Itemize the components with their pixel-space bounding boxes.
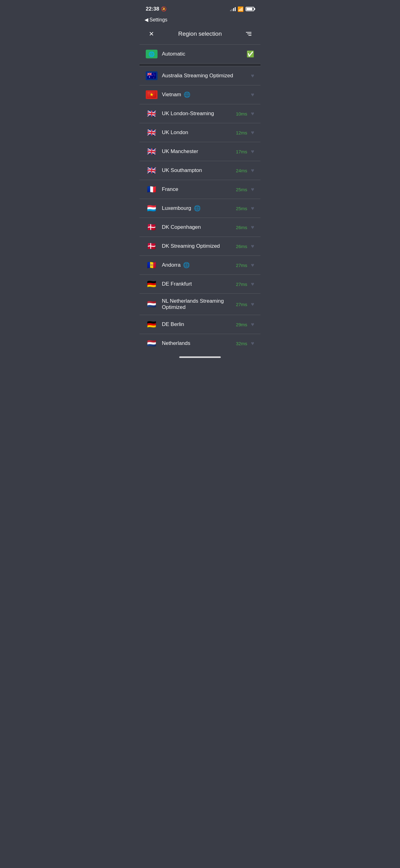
region-item-vn[interactable]: Vietnam🌐♥ [139,85,261,104]
automatic-item[interactable]: 🌐 Automatic ✅ [139,45,261,63]
ping-uk-london: 12ms [236,130,247,135]
back-label: Settings [149,17,167,23]
automatic-label: Automatic [162,51,244,57]
region-item-au-streaming[interactable]: Australia Streaming Optimized♥ [139,66,261,85]
region-item-uk-london-streaming[interactable]: UK London-Streaming10ms♥ [139,104,261,123]
region-name-netherlands: Netherlands [162,340,236,346]
section-divider [139,64,261,66]
automatic-icon: 🌐 [146,50,158,58]
region-item-dk-copenhagen[interactable]: DK Copenhagen26ms♥ [139,218,261,237]
region-list: Australia Streaming Optimized♥Vietnam🌐♥U… [139,66,261,353]
flag-luxembourg-icon [146,204,158,213]
region-name-luxembourg: Luxembourg🌐 [162,205,236,212]
page-header: ✕ Region selection [139,25,261,44]
favorite-heart-icon[interactable]: ♥ [251,186,254,193]
streaming-globe-icon: 🌐 [184,91,190,98]
favorite-heart-icon[interactable]: ♥ [251,321,254,328]
close-icon: ✕ [149,30,154,37]
status-time: 22:38 🔕 [146,6,167,12]
favorite-heart-icon[interactable]: ♥ [251,167,254,174]
region-item-de-frankfurt[interactable]: DE Frankfurt27ms♥ [139,275,261,293]
region-item-netherlands[interactable]: Netherlands32ms♥ [139,334,261,353]
flag-netherlands-icon [146,339,158,348]
home-indicator [139,353,261,361]
ping-luxembourg: 25ms [236,206,247,211]
filter-icon [246,32,252,36]
time-display: 22:38 [146,6,159,12]
favorite-heart-icon[interactable]: ♥ [251,340,254,347]
favorite-heart-icon[interactable]: ♥ [251,262,254,269]
region-name-france: France [162,186,236,192]
signal-bars-icon [230,7,236,11]
back-navigation[interactable]: ◀ Settings [139,16,261,25]
favorite-heart-icon[interactable]: ♥ [251,92,254,98]
ping-de-berlin: 29ms [236,322,247,327]
ping-dk-streaming: 26ms [236,244,247,249]
region-item-dk-streaming[interactable]: DK Streaming Optimized26ms♥ [139,237,261,255]
region-name-de-berlin: DE Berlin [162,321,236,328]
favorite-heart-icon[interactable]: ♥ [251,301,254,308]
status-bar: 22:38 🔕 📶 [139,0,261,16]
favorite-heart-icon[interactable]: ♥ [251,281,254,287]
favorite-heart-icon[interactable]: ♥ [251,129,254,136]
region-name-nl-streaming: NL Netherlands Streaming Optimized [162,298,236,310]
streaming-globe-icon: 🌐 [183,262,190,269]
flag-uk-manchester-icon [146,147,158,156]
region-item-de-berlin[interactable]: DE Berlin29ms♥ [139,315,261,334]
favorite-heart-icon[interactable]: ♥ [251,243,254,250]
region-item-andorra[interactable]: Andorra🌐27ms♥ [139,256,261,274]
flag-france-icon [146,185,158,194]
flag-au-streaming-icon [146,71,158,80]
favorite-heart-icon[interactable]: ♥ [251,224,254,231]
favorite-heart-icon[interactable]: ♥ [251,111,254,117]
filter-button[interactable] [243,28,254,39]
ping-uk-manchester: 17ms [236,149,247,154]
flag-nl-streaming-icon [146,300,158,309]
region-name-uk-manchester: UK Manchester [162,148,236,155]
back-chevron-icon: ◀ [144,17,148,23]
close-button[interactable]: ✕ [146,28,157,39]
flag-andorra-icon [146,261,158,270]
region-name-vn: Vietnam🌐 [162,91,247,98]
home-bar [179,356,221,358]
ping-uk-london-streaming: 10ms [236,111,247,116]
region-item-uk-southampton[interactable]: UK Southampton24ms♥ [139,161,261,180]
region-name-uk-southampton: UK Southampton [162,167,236,174]
ping-dk-copenhagen: 26ms [236,225,247,230]
region-name-de-frankfurt: DE Frankfurt [162,281,236,287]
ping-nl-streaming: 27ms [236,302,247,307]
wifi-icon: 📶 [237,6,244,12]
flag-vn-icon [146,90,158,99]
page-title: Region selection [178,30,222,37]
ping-uk-southampton: 24ms [236,168,247,173]
region-name-uk-london: UK London [162,129,236,136]
region-item-luxembourg[interactable]: Luxembourg🌐25ms♥ [139,199,261,218]
flag-dk-streaming-icon [146,242,158,251]
battery-icon [245,7,254,11]
ping-de-frankfurt: 27ms [236,282,247,287]
flag-uk-london-icon [146,128,158,137]
region-item-nl-streaming[interactable]: NL Netherlands Streaming Optimized27ms♥ [139,294,261,315]
region-item-uk-london[interactable]: UK London12ms♥ [139,123,261,142]
flag-de-berlin-icon [146,320,158,329]
region-name-dk-copenhagen: DK Copenhagen [162,224,236,230]
favorite-heart-icon[interactable]: ♥ [251,205,254,212]
region-name-andorra: Andorra🌐 [162,262,236,269]
notification-bell-icon: 🔕 [161,6,167,12]
region-name-au-streaming: Australia Streaming Optimized [162,73,247,79]
flag-de-frankfurt-icon [146,280,158,288]
favorite-heart-icon[interactable]: ♥ [251,73,254,79]
region-name-dk-streaming: DK Streaming Optimized [162,243,236,249]
ping-netherlands: 32ms [236,341,247,346]
favorite-heart-icon[interactable]: ♥ [251,148,254,155]
selected-check-icon: ✅ [246,50,254,58]
region-name-uk-london-streaming: UK London-Streaming [162,111,236,117]
ping-france: 25ms [236,187,247,192]
flag-uk-london-streaming-icon [146,109,158,118]
flag-dk-copenhagen-icon [146,223,158,231]
region-item-france[interactable]: France25ms♥ [139,180,261,199]
region-item-uk-manchester[interactable]: UK Manchester17ms♥ [139,142,261,161]
ping-andorra: 27ms [236,262,247,268]
flag-uk-southampton-icon [146,166,158,175]
status-icons: 📶 [230,6,254,12]
